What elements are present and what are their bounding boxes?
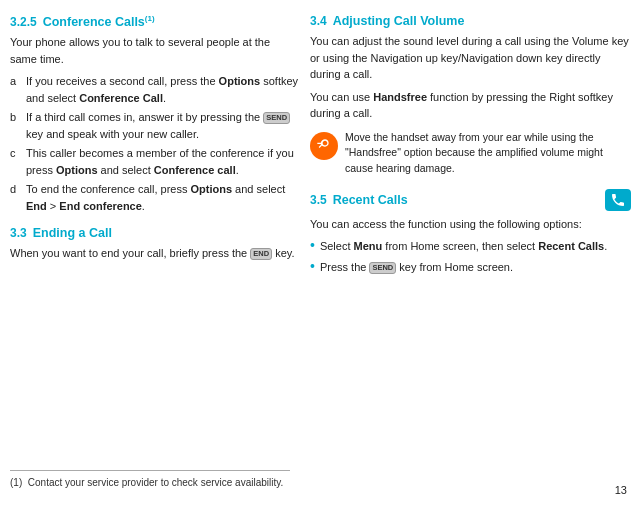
warning-icon	[310, 132, 338, 160]
section-35-heading: 3.5 Recent Calls	[310, 189, 631, 211]
col-right: 3.4 Adjusting Call Volume You can adjust…	[310, 14, 631, 506]
section-33-heading: 3.3 Ending a Call	[10, 226, 300, 240]
list-item: a If you receives a second call, press t…	[10, 73, 300, 106]
warning-box: Move the handset away from your ear whil…	[310, 130, 631, 177]
section-33: 3.3 Ending a Call When you want to end y…	[10, 226, 300, 262]
section-325: 3.2.5 Conference Calls(1) Your phone all…	[10, 14, 300, 214]
section-33-title: Ending a Call	[33, 226, 112, 240]
wrench-icon	[316, 138, 332, 154]
section-325-num: 3.2.5	[10, 15, 37, 29]
section-35: 3.5 Recent Calls You can access the func…	[310, 189, 631, 276]
send-key-icon: SEND	[263, 112, 290, 124]
warning-text: Move the handset away from your ear whil…	[345, 130, 631, 177]
list-item: • Select Menu from Home screen, then sel…	[310, 238, 631, 255]
section-34-title: Adjusting Call Volume	[333, 14, 465, 28]
page-wrapper: 3.2.5 Conference Calls(1) Your phone all…	[0, 0, 641, 516]
col-left: 3.2.5 Conference Calls(1) Your phone all…	[10, 14, 300, 506]
section-35-bullets: • Select Menu from Home screen, then sel…	[310, 238, 631, 275]
section-325-list: a If you receives a second call, press t…	[10, 73, 300, 214]
end-key-icon: END	[250, 248, 272, 260]
list-item: b If a third call comes in, answer it by…	[10, 109, 300, 142]
page-content: 3.2.5 Conference Calls(1) Your phone all…	[0, 0, 641, 516]
send-key-icon-2: SEND	[369, 262, 396, 274]
footnote-text: (1) Contact your service provider to che…	[10, 475, 290, 490]
section-34-para1: You can adjust the sound level during a …	[310, 33, 631, 83]
list-item: • Press the SEND key from Home screen.	[310, 259, 631, 276]
section-35-intro: You can access the function using the fo…	[310, 216, 631, 233]
section-33-intro: When you want to end your call, briefly …	[10, 245, 300, 262]
section-34-heading: 3.4 Adjusting Call Volume	[310, 14, 631, 28]
section-34-para2: You can use Handsfree function by pressi…	[310, 89, 631, 122]
section-325-heading: 3.2.5 Conference Calls(1)	[10, 14, 300, 29]
section-35-title: Recent Calls	[333, 193, 408, 207]
footnote-area: (1) Contact your service provider to che…	[10, 470, 290, 496]
section-34: 3.4 Adjusting Call Volume You can adjust…	[310, 14, 631, 177]
section-33-num: 3.3	[10, 226, 27, 240]
list-item: c This caller becomes a member of the co…	[10, 145, 300, 178]
page-number: 13	[615, 484, 627, 496]
phone-icon	[610, 192, 626, 208]
section-34-num: 3.4	[310, 14, 327, 28]
section-325-intro: Your phone allows you to talk to several…	[10, 34, 300, 67]
recent-calls-icon	[605, 189, 631, 211]
list-item: d To end the conference call, press Opti…	[10, 181, 300, 214]
section-325-title: Conference Calls(1)	[43, 14, 155, 29]
section-35-num: 3.5	[310, 193, 327, 207]
